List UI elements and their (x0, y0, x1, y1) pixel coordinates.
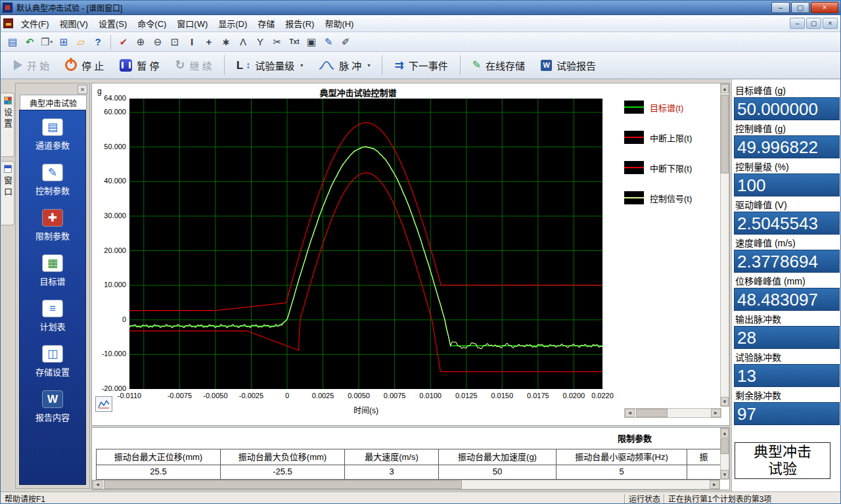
sidebar-item-limit-params[interactable]: ✚限制参数 (35, 209, 70, 242)
menu-item[interactable]: 设置(S) (93, 15, 132, 32)
sidebar-header-tab[interactable]: 典型冲击试验 (20, 95, 87, 110)
mdi-minimize-button[interactable]: – (790, 18, 805, 29)
param-value: 48.483097 (734, 288, 840, 311)
sidebar-item-control-params[interactable]: ✎控制参数 (35, 164, 70, 196)
scrollbar-track[interactable] (102, 480, 710, 489)
test-name-box: 典型冲击试验 (735, 442, 830, 479)
sidebar-item-report-content-icon: W (42, 390, 63, 408)
scroll-right-icon[interactable]: ► (710, 480, 719, 489)
cursor-ibeam-icon[interactable]: I (184, 34, 200, 50)
pause-button[interactable]: 暂 停 (113, 55, 166, 76)
param-label: 驱动峰值 (V) (734, 198, 840, 212)
edit-icon[interactable]: ✎ (321, 34, 336, 50)
zoom-out-icon[interactable]: ⊖ (150, 34, 166, 50)
next-event-icon: ⇉ (394, 60, 403, 71)
scrollbar-thumb[interactable] (104, 480, 462, 489)
window-icon[interactable]: ▣ (304, 34, 319, 50)
star-cursor-icon[interactable]: ∗ (218, 34, 234, 50)
legend-horizontal-scrollbar[interactable]: ◄ ► (624, 408, 721, 418)
menu-item[interactable]: 显示(D) (213, 15, 252, 32)
pulse-button[interactable]: 脉 冲 ▾ (312, 55, 376, 76)
mdi-close-button[interactable]: × (823, 18, 838, 29)
data-grid-icon[interactable]: ⊞ (56, 34, 72, 50)
cut-icon[interactable]: ✂ (269, 34, 285, 50)
scrollbar-track[interactable] (721, 93, 729, 397)
stop-button[interactable]: 停 止 (58, 55, 110, 76)
legend-swatch (624, 101, 644, 114)
undo-icon[interactable]: ↶ (22, 34, 37, 50)
toolbar-glyph: ▣ (307, 37, 316, 47)
scrollbar-track[interactable] (721, 438, 729, 470)
test-level-button[interactable]: L ↕ 试验量级 ▾ (230, 55, 309, 76)
settings-sidebar: × 典型冲击试验 ▤通道参数✎控制参数✚限制参数▦目标谱≡计划表◫存储设置W报告… (15, 83, 90, 489)
copy-page-icon[interactable]: ❐▾ (39, 34, 55, 50)
continue-button[interactable]: ↻ 继 续 (169, 55, 219, 76)
mdi-restore-button[interactable]: ▢ (806, 18, 821, 29)
menu-item[interactable]: 文件(F) (16, 15, 55, 32)
scroll-down-icon[interactable]: ▼ (721, 397, 729, 406)
scroll-left-icon[interactable]: ◄ (625, 409, 635, 417)
scroll-up-icon[interactable]: ▲ (721, 84, 729, 93)
next-event-button[interactable]: ⇉ 下一事件 (388, 55, 454, 76)
legend-item[interactable]: 目标谱(t) (624, 101, 719, 114)
sidebar-item-report-content[interactable]: W报告内容 (35, 390, 70, 423)
titlebar[interactable]: 默认典型冲击试验 - [谱图窗口] – ▢ × (1, 1, 840, 15)
zoom-in-icon[interactable]: ⊕ (133, 34, 148, 50)
scrollbar-thumb[interactable] (721, 95, 729, 173)
menu-item[interactable]: 窗口(W) (171, 15, 213, 32)
open-folder-icon[interactable]: ▱ (73, 34, 89, 50)
tab-settings[interactable]: 设置 (1, 93, 14, 157)
test-report-button[interactable]: W 试验报告 (534, 55, 602, 76)
table-horizontal-scrollbar[interactable]: ◄ ► (92, 480, 720, 490)
menu-item[interactable]: 视图(V) (55, 15, 93, 32)
window-buttons: – ▢ × (771, 2, 838, 13)
sidebar-item-target-spectrum-icon: ▦ (42, 254, 63, 272)
harmonic-cursor-icon[interactable]: Y (252, 34, 268, 50)
sidebar-item-schedule[interactable]: ≡计划表 (39, 300, 65, 332)
online-storage-button[interactable]: ✎ 在线存储 (466, 55, 532, 76)
sidebar-item-target-spectrum[interactable]: ▦目标谱 (39, 254, 65, 287)
x-tick-label: -0.0025 (231, 392, 271, 400)
legend-item[interactable]: 中断下限(t) (624, 161, 719, 174)
toolbar-glyph: ▤ (8, 37, 17, 47)
chart-plot[interactable] (129, 99, 602, 389)
scroll-right-icon[interactable]: ► (711, 409, 721, 417)
sidebar-item-channel-params[interactable]: ▤通道参数 (35, 118, 70, 151)
menu-item[interactable]: 帮助(H) (319, 15, 359, 32)
sidebar-close-icon[interactable]: × (78, 85, 87, 94)
tab-window[interactable]: 窗口 (1, 161, 14, 225)
single-cursor-icon[interactable]: Λ (235, 34, 251, 50)
chart-vertical-scrollbar[interactable]: ▲ ▼ (720, 83, 729, 407)
help-icon[interactable]: ? (90, 34, 106, 50)
save-icon[interactable]: ▤ (5, 34, 20, 50)
maximize-button[interactable]: ▢ (791, 2, 809, 13)
start-button[interactable]: 开 始 (7, 55, 56, 76)
scrollbar-thumb[interactable] (636, 409, 668, 417)
marker-icon[interactable]: ✔ (116, 34, 131, 50)
legend-item[interactable]: 中断上限(t) (624, 131, 719, 144)
table-vertical-scrollbar[interactable]: ▲ ▼ (720, 428, 729, 480)
scroll-left-icon[interactable]: ◄ (93, 480, 102, 489)
close-button[interactable]: × (811, 2, 838, 13)
annotate-icon[interactable]: ✐ (338, 34, 353, 50)
legend-item[interactable]: 控制信号(t) (624, 191, 719, 204)
chart-tool-button[interactable] (95, 396, 112, 412)
crosshair-icon[interactable]: + (201, 34, 217, 50)
sidebar-item-storage-settings[interactable]: ◫存储设置 (35, 345, 70, 378)
scroll-down-icon[interactable]: ▼ (721, 470, 729, 479)
window-tab-label: 窗口 (1, 176, 14, 198)
limit-value (687, 465, 721, 480)
scrollbar-thumb[interactable] (721, 438, 729, 454)
y-tick-label: 10.000 (93, 281, 126, 288)
menu-item[interactable]: 报告(R) (280, 15, 319, 32)
legend-label: 中断下限(t) (650, 162, 692, 174)
scroll-up-icon[interactable]: ▲ (721, 428, 729, 438)
zoom-box-icon[interactable]: ⊡ (167, 34, 183, 50)
text-label-icon[interactable]: Txt (286, 34, 302, 50)
stop-label: 停 止 (81, 58, 104, 72)
menu-item[interactable]: 命令(C) (132, 15, 171, 32)
menu-item[interactable]: 存储 (252, 15, 280, 32)
scrollbar-track[interactable] (635, 409, 711, 417)
spectrum-window: 典型冲击试验控制谱 g 64.00060.00050.00040.00030.0… (91, 83, 730, 426)
minimize-button[interactable]: – (771, 2, 790, 13)
